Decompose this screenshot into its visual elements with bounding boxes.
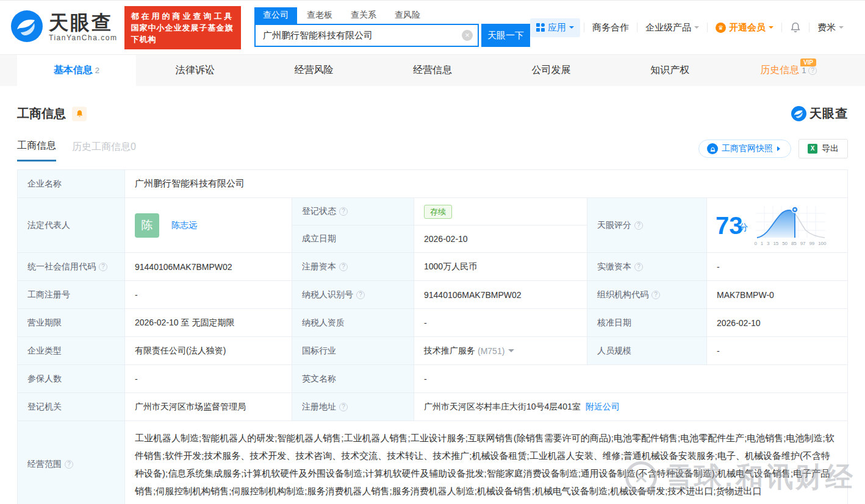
- vip-badge: VIP: [800, 59, 816, 66]
- field-label: 企业名称: [18, 170, 125, 198]
- section-header: 工商信息 天眼查: [17, 105, 848, 122]
- logo-text: 天眼查 TianYanCha.com: [49, 13, 117, 42]
- search-tab-company[interactable]: 查公司: [254, 7, 297, 24]
- chevron-down-icon: [694, 26, 699, 31]
- field-label: 天眼评分: [587, 198, 707, 253]
- chevron-down-icon[interactable]: [508, 349, 514, 355]
- search-input[interactable]: [263, 30, 462, 41]
- reg-address-value: 广州市天河区岑村丰庄大街10号4层401室 附近公司: [414, 393, 848, 421]
- tianyancha-logo-icon: [11, 10, 43, 44]
- insured-count-value: -: [125, 365, 292, 393]
- nav-apps[interactable]: 应用: [530, 18, 580, 37]
- english-name-value: -: [414, 365, 848, 393]
- org-code-value: MAK7BMPW-0: [707, 281, 848, 309]
- field-label: 实缴资本: [587, 253, 707, 281]
- nav-cooperation[interactable]: 商务合作: [584, 22, 637, 34]
- help-icon[interactable]: [339, 263, 348, 271]
- search-tab-relation[interactable]: 查关系: [342, 7, 385, 24]
- main-tab-bar: 基本信息 2 法律诉讼 经营风险 经营信息 公司发展 知识产权 VIP 历史信息…: [0, 54, 865, 86]
- tab-operating-risk[interactable]: 经营风险: [254, 55, 373, 86]
- chevron-down-icon: [569, 26, 574, 31]
- help-icon[interactable]: [65, 460, 73, 469]
- brand-name: 天眼查: [49, 13, 117, 32]
- help-icon[interactable]: [634, 263, 643, 271]
- brand-domain: TianYanCha.com: [49, 34, 117, 42]
- official-snapshot-button[interactable]: 工商官网快照: [698, 140, 791, 158]
- establish-date-value: 2026-02-10: [414, 225, 587, 253]
- legal-rep-link[interactable]: 陈志远: [171, 220, 197, 231]
- top-nav: 应用 商务合作 企业级产品 开通会员: [530, 18, 852, 37]
- clear-search-icon[interactable]: [462, 30, 473, 41]
- field-label: 核准日期: [587, 309, 707, 337]
- taxpayer-quality-value: -: [414, 309, 587, 337]
- paid-capital-value: -: [707, 253, 848, 281]
- nav-enterprise[interactable]: 企业级产品: [637, 22, 707, 34]
- help-icon[interactable]: [99, 263, 107, 271]
- company-type-value: 有限责任公司(法人独资): [125, 337, 292, 365]
- industry-value: 技术推广服务 (M751): [414, 337, 587, 365]
- industry-code: (M751): [478, 346, 504, 356]
- subscribe-bell-button[interactable]: [72, 107, 87, 121]
- score-distribution-chart: 0131550859799100: [755, 205, 827, 246]
- help-icon[interactable]: [808, 66, 817, 75]
- field-label: 组织机构代码: [587, 281, 707, 309]
- tab-legal-lawsuit[interactable]: 法律诉讼: [136, 55, 255, 86]
- tianyancha-logo[interactable]: 天眼查 TianYanCha.com: [11, 10, 117, 44]
- section-title: 工商信息: [17, 105, 66, 122]
- company-name-value: 广州鹏行智能科技有限公司: [125, 170, 848, 198]
- help-icon[interactable]: [634, 221, 643, 230]
- subtab-business-info[interactable]: 工商信息: [17, 140, 56, 161]
- tab-basic-info[interactable]: 基本信息 2: [17, 55, 136, 86]
- subtab-history-business-info[interactable]: 历史工商信息0: [72, 141, 136, 161]
- bell-icon: [790, 22, 801, 34]
- nav-user[interactable]: 费米: [809, 22, 852, 34]
- nav-open-vip[interactable]: 开通会员: [708, 22, 781, 34]
- field-label: 英文名称: [292, 365, 414, 393]
- field-label: 企业类型: [18, 337, 125, 365]
- staff-size-value: -: [707, 337, 848, 365]
- field-label: 人员规模: [587, 337, 707, 365]
- promo-line2: 国家中小企业发展子基金旗下机构: [131, 22, 235, 45]
- nearby-companies-link[interactable]: 附近公司: [586, 402, 620, 413]
- reg-capital-value: 1000万人民币: [414, 253, 587, 281]
- page: 天眼查 TianYanCha.com 都在用的商业查询工具 国家中小企业发展子基…: [0, 0, 865, 504]
- help-icon[interactable]: [339, 207, 348, 216]
- field-label: 统一社会信用代码: [18, 253, 125, 281]
- tab-intellectual-property[interactable]: 知识产权: [611, 55, 730, 86]
- help-icon[interactable]: [651, 291, 660, 299]
- header: 天眼查 TianYanCha.com 都在用的商业查询工具 国家中小企业发展子基…: [0, 1, 865, 54]
- export-button[interactable]: 导出: [799, 139, 848, 158]
- tab-count: 1: [802, 66, 806, 75]
- bell-icon: [76, 110, 84, 118]
- field-label: 国标行业: [292, 337, 414, 365]
- help-icon[interactable]: [339, 403, 348, 411]
- apps-grid-icon: [536, 23, 545, 32]
- approval-date-value: 2026-02-10: [707, 309, 848, 337]
- search-box-row: 天眼一下: [254, 24, 530, 47]
- status-badge: 存续: [424, 205, 452, 219]
- search-tab-boss[interactable]: 查老板: [298, 7, 341, 24]
- section-brand-logo: 天眼查: [791, 105, 848, 122]
- tab-operating-info[interactable]: 经营信息: [373, 55, 492, 86]
- arrow-right-icon: [777, 146, 783, 151]
- business-scope-value: 工业机器人制造;智能机器人的研发;智能机器人销售;工业机器人销售;工业设计服务;…: [125, 421, 848, 504]
- tab-count: 2: [95, 66, 99, 75]
- field-label: 法定代表人: [18, 198, 125, 253]
- reg-status-value: 存续: [414, 198, 587, 225]
- help-icon[interactable]: [356, 291, 365, 299]
- field-label: 纳税人资质: [292, 309, 414, 337]
- stamp-icon: [707, 143, 718, 154]
- notification-bell[interactable]: [782, 22, 809, 34]
- field-label: 纳税人识别号: [292, 281, 414, 309]
- promo-line1: 都在用的商业查询工具: [131, 10, 235, 22]
- field-label: 参保人数: [18, 365, 125, 393]
- content: 工商信息 天眼查 工商信息 历史工商信息0 工商官网快照: [0, 105, 865, 504]
- field-label: 工商注册号: [18, 281, 125, 309]
- search-submit-button[interactable]: 天眼一下: [481, 24, 530, 47]
- search-tab-risk[interactable]: 查风险: [386, 7, 429, 24]
- field-label: 登记状态: [292, 198, 414, 225]
- tab-company-development[interactable]: 公司发展: [492, 55, 611, 86]
- section-buttons: 工商官网快照 导出: [698, 139, 848, 162]
- tab-history-info[interactable]: VIP 历史信息 1: [729, 55, 848, 86]
- score-number: 73 分: [716, 213, 748, 238]
